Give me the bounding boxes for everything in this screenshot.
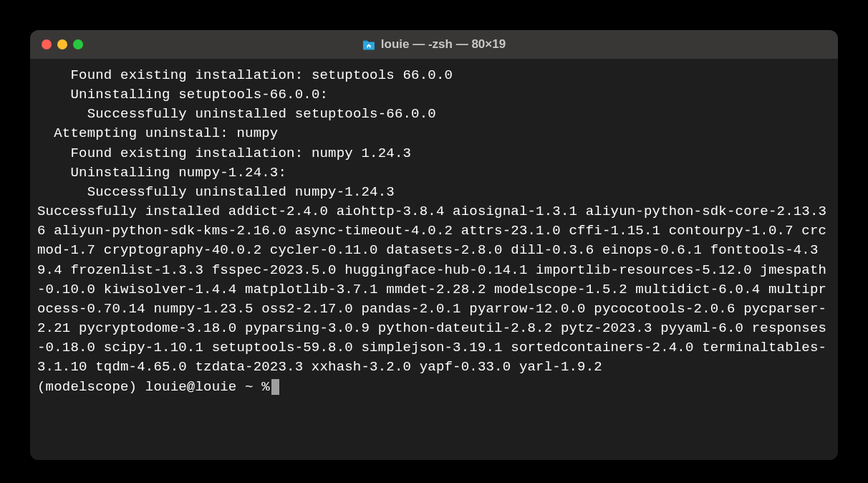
home-folder-icon: [362, 39, 375, 50]
titlebar[interactable]: louie — -zsh — 80×19: [30, 30, 838, 59]
cursor-icon: [271, 379, 279, 395]
terminal-output: Found existing installation: setuptools …: [37, 66, 831, 378]
window-title: louie — -zsh — 80×19: [381, 37, 506, 52]
prompt-text: (modelscope) louie@louie ~ %: [37, 378, 270, 397]
terminal-body[interactable]: Found existing installation: setuptools …: [30, 59, 838, 460]
minimize-button[interactable]: [57, 39, 67, 49]
maximize-button[interactable]: [73, 39, 83, 49]
close-button[interactable]: [42, 39, 52, 49]
prompt-line[interactable]: (modelscope) louie@louie ~ %: [37, 378, 831, 397]
traffic-lights: [42, 39, 83, 49]
title-center: louie — -zsh — 80×19: [30, 37, 838, 52]
terminal-window: louie — -zsh — 80×19 Found existing inst…: [30, 30, 838, 460]
